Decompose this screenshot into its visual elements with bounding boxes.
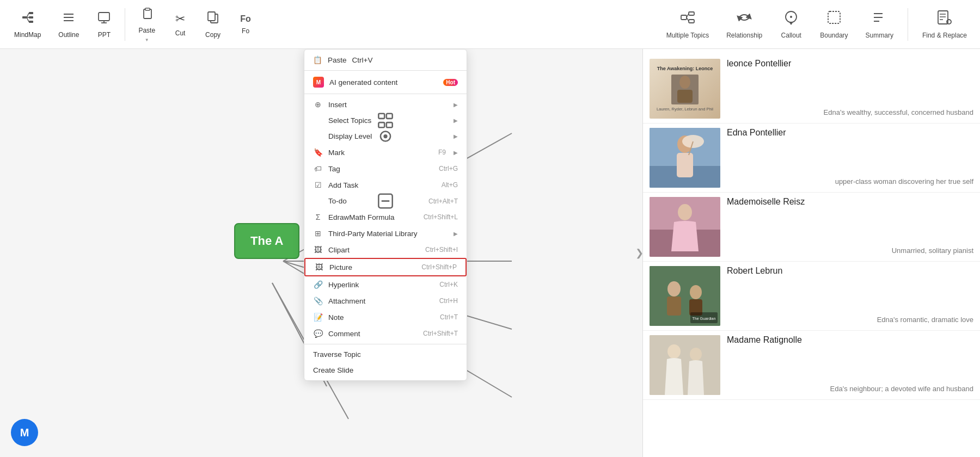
right-edge-arrow[interactable]: ❯ (635, 247, 644, 259)
clipart-label: Clipart (328, 246, 420, 254)
madame-image (650, 335, 720, 395)
toolbar-format[interactable]: Fo Fo (229, 10, 262, 39)
character-card-leonce: The Awakening: Leonce Lauren, Ryder, Leb… (643, 54, 980, 123)
svg-point-60 (667, 281, 681, 297)
character-card-edna: Edna Pontellier upper-class woman discov… (643, 123, 980, 193)
toolbar-find-replace[interactable]: Find & Replace (915, 5, 975, 44)
third-party-icon: ⊞ (313, 229, 323, 238)
relationship-icon (737, 10, 752, 28)
menu-item-third-party[interactable]: ⊞ Third-Party Material Library ▶ (304, 225, 467, 242)
menu-item-select-topics[interactable]: Select Topics ▶ (304, 113, 467, 128)
menu-item-add-task[interactable]: ☑ Add Task Alt+G (304, 177, 467, 193)
leonce-image: The Awakening: Leonce Lauren, Ryder, Leb… (650, 59, 720, 119)
menu-item-note[interactable]: 📝 Note Ctrl+T (304, 309, 467, 325)
toolbar-ppt[interactable]: PPT (88, 6, 120, 43)
add-task-label: Add Task (328, 181, 436, 189)
menu-item-paste[interactable]: 📋 Paste Ctrl+V (304, 52, 467, 68)
svg-rect-16 (208, 12, 215, 21)
menu-item-clipart[interactable]: 🖼 Clipart Ctrl+Shift+I (304, 242, 467, 258)
mademoiselle-info: Mademoiselle Reisz (720, 197, 973, 209)
menu-item-mark[interactable]: 🔖 Mark F9 ▶ (304, 144, 467, 160)
mark-shortcut: F9 (438, 149, 446, 156)
select-topics-arrow: ▶ (454, 118, 458, 123)
menu-item-ai[interactable]: M AI generated content Hot (304, 73, 467, 91)
outline-icon (62, 10, 76, 28)
toolbar-relationship[interactable]: Relationship (719, 5, 770, 44)
mark-icon: 🔖 (313, 148, 323, 157)
callout-icon (783, 10, 799, 28)
ppt-label: PPT (98, 31, 111, 39)
toolbar-mindmap[interactable]: MindMap (5, 6, 50, 43)
edna-info: Edna Pontellier (720, 128, 973, 140)
picture-shortcut: Ctrl+Shift+P (421, 263, 457, 271)
display-level-arrow: ▶ (454, 133, 458, 139)
portrait-img (671, 75, 699, 104)
edna-desc: upper-class woman discovering her true s… (835, 177, 973, 186)
toolbar-multiple-topics[interactable]: Multiple Topics (659, 5, 716, 44)
menu-item-comment[interactable]: 💬 Comment Ctrl+Shift+T (304, 325, 467, 342)
canvas[interactable]: The A 📋 Paste Ctrl+V M AI generated cont… (0, 49, 642, 457)
toolbar-cut[interactable]: ✂ Cut (164, 8, 197, 41)
svg-point-58 (678, 204, 692, 220)
svg-line-6 (27, 17, 29, 22)
mademoiselle-name: Mademoiselle Reisz (727, 197, 973, 207)
svg-text:The Guardian: The Guardian (693, 317, 716, 320)
toolbar-callout[interactable]: Callout (772, 5, 810, 44)
svg-rect-17 (681, 15, 687, 20)
svg-rect-61 (667, 297, 681, 316)
toolbar-boundary[interactable]: Boundary (812, 5, 855, 44)
menu-item-display-level[interactable]: Display Level ▶ (304, 128, 467, 144)
app-logo[interactable]: M (11, 419, 38, 446)
menu-item-attachment[interactable]: 📎 Attachment Ctrl+H (304, 293, 467, 309)
hyperlink-shortcut: Ctrl+K (439, 281, 458, 288)
comment-icon: 💬 (313, 329, 323, 338)
toolbar-paste[interactable]: Paste ▼ (130, 2, 164, 47)
svg-rect-2 (29, 16, 33, 18)
menu-item-tag[interactable]: 🏷 Tag Ctrl+G (304, 160, 467, 177)
svg-rect-0 (22, 16, 27, 18)
divider-1 (125, 8, 125, 41)
svg-rect-1 (29, 12, 33, 14)
leonce-info: leonce Pontellier (720, 59, 973, 71)
mark-arrow: ▶ (454, 150, 458, 156)
main-node[interactable]: The A (234, 223, 299, 259)
attachment-label: Attachment (328, 297, 434, 305)
cut-label: Cut (175, 29, 186, 37)
robert-image: The Guardian (650, 266, 720, 326)
clipart-shortcut: Ctrl+Shift+I (425, 246, 458, 254)
menu-item-insert[interactable]: ⊕ Insert ▶ (304, 96, 467, 113)
toolbar-copy[interactable]: Copy (197, 6, 229, 43)
madame-info: Madame Ratignolle (720, 335, 973, 347)
toolbar-summary[interactable]: Summary (858, 5, 901, 44)
multiple-topics-label: Multiple Topics (666, 32, 709, 39)
hyperlink-label: Hyperlink (328, 281, 434, 289)
toolbar-outline[interactable]: Outline (50, 6, 88, 43)
menu-item-hyperlink[interactable]: 🔗 Hyperlink Ctrl+K (304, 276, 467, 293)
menu-item-picture[interactable]: 🖼 Picture Ctrl+Shift+P (304, 258, 467, 276)
ppt-icon (97, 10, 111, 28)
paste-icon (140, 6, 154, 23)
logo-letter: M (20, 427, 29, 439)
copy-icon (206, 10, 220, 28)
edna-name: Edna Pontellier (727, 128, 973, 138)
mademoiselle-desc: Unmarried, solitary pianist (892, 246, 973, 255)
right-panel: The Awakening: Leonce Lauren, Ryder, Leb… (642, 49, 980, 457)
toolbar-right: Multiple Topics Relationsh (659, 5, 975, 44)
menu-item-edrawmath[interactable]: Σ EdrawMath Formula Ctrl+Shift+L (304, 209, 467, 225)
leonce-name: leonce Pontellier (727, 59, 973, 69)
callout-label: Callout (781, 32, 801, 39)
svg-rect-53 (677, 153, 693, 177)
picture-icon: 🖼 (314, 263, 324, 271)
cut-icon: ✂ (175, 12, 185, 26)
svg-rect-14 (145, 8, 150, 10)
menu-item-todo[interactable]: To-do Ctrl+Alt+T (304, 193, 467, 209)
select-topics-label: Select Topics (328, 116, 446, 125)
copy-label: Copy (205, 31, 220, 39)
madame-desc: Eda's neighbour; a devoted wife and husb… (830, 385, 973, 393)
clipart-icon: 🖼 (313, 245, 323, 254)
menu-item-traverse[interactable]: Traverse Topic (304, 347, 467, 362)
svg-line-4 (27, 13, 29, 17)
picture-label: Picture (329, 263, 416, 271)
menu-item-create-slide[interactable]: Create Slide (304, 362, 467, 378)
todo-shortcut: Ctrl+Alt+T (428, 197, 458, 205)
